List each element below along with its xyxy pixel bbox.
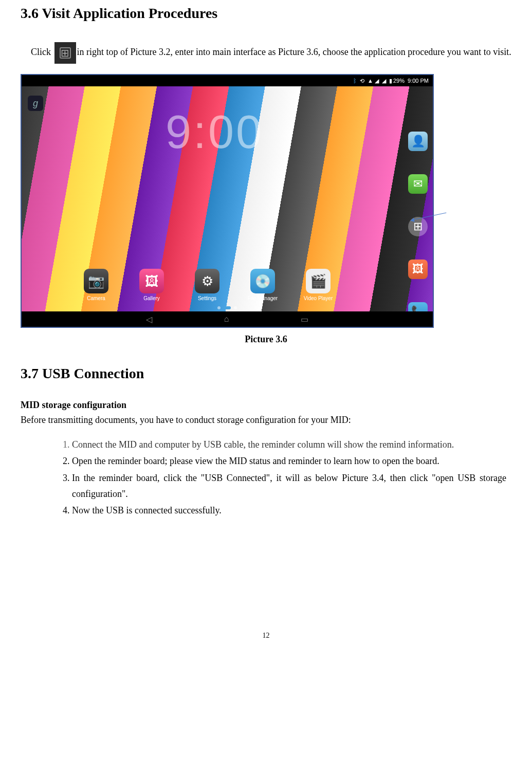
- battery-indicator: ▮ 29%: [389, 78, 405, 84]
- messages-icon[interactable]: ✉: [408, 174, 428, 194]
- dock-gallery[interactable]: 🖼 Gallery: [134, 269, 170, 301]
- page-dot-active: [224, 306, 231, 309]
- step-1: Connect the MID and computer by USB cabl…: [72, 437, 506, 453]
- dock-videoplayer[interactable]: 🎬 Video Player: [300, 269, 336, 301]
- dock-filemanager[interactable]: 💿 File Manager: [245, 269, 281, 301]
- step-4: Now the USB is connected successfully.: [72, 503, 506, 519]
- section-heading-37: 3.7 USB Connection: [21, 365, 511, 382]
- camera-label: Camera: [87, 295, 105, 301]
- intro-text-37: Before transmitting documents, you have …: [21, 413, 511, 428]
- page-indicator: [217, 306, 237, 309]
- battery-icon: ▮: [389, 78, 392, 84]
- text-after-icon: in right top of Picture 3.2, enter into …: [77, 47, 511, 57]
- videoplayer-label: Video Player: [304, 295, 333, 301]
- status-bar: ᛒ ⟲ ▲ ◢ ◢ ▮ 29% 9:00 PM: [22, 75, 433, 86]
- video-player-icon: 🎬: [306, 269, 331, 293]
- page-dot: [217, 306, 221, 309]
- wifi-icon: ▲ ◢: [368, 78, 379, 84]
- subheading-mid-storage: MID storage configuration: [21, 400, 511, 411]
- battery-percent: 29%: [393, 78, 405, 84]
- step-2: Open the reminder board; please view the…: [72, 453, 506, 469]
- step-3: In the reminder board, click the "USB Co…: [72, 470, 506, 502]
- figure-caption: Picture 3.6: [21, 334, 511, 345]
- gallery-side-icon[interactable]: 🖼: [408, 260, 428, 279]
- section-heading-36: 3.6 Visit Application Procedures: [21, 5, 511, 22]
- clock-widget: 9:00: [166, 106, 264, 159]
- navigation-bar: ◁ ⌂ ▭: [22, 311, 433, 327]
- bluetooth-icon: ᛒ: [353, 78, 357, 84]
- back-button[interactable]: ◁: [146, 315, 152, 324]
- gallery-icon: 🖼: [139, 269, 164, 293]
- sync-icon: ⟲: [360, 78, 364, 84]
- android-home-screenshot: ᛒ ⟲ ▲ ◢ ◢ ▮ 29% 9:00 PM g 9:00 👤 ✉ ⊞ 🖼 📞: [21, 74, 434, 328]
- home-button[interactable]: ⌂: [224, 315, 229, 324]
- steps-list: Connect the MID and computer by USB cabl…: [21, 437, 511, 519]
- text-before-icon: Click: [31, 47, 53, 57]
- bottom-dock: 📷 Camera 🖼 Gallery ⚙ Settings 💿 File Man…: [78, 269, 336, 301]
- contacts-icon[interactable]: 👤: [408, 132, 428, 151]
- gallery-label: Gallery: [143, 295, 160, 301]
- dock-settings[interactable]: ⚙ Settings: [189, 269, 225, 301]
- filemanager-label: File Manager: [248, 295, 278, 301]
- status-time: 9:00 PM: [408, 78, 429, 84]
- settings-icon: ⚙: [195, 269, 219, 293]
- page-dot: [234, 306, 237, 309]
- figure-3-6-container: ᛒ ⟲ ▲ ◢ ◢ ▮ 29% 9:00 PM g 9:00 👤 ✉ ⊞ 🖼 📞: [21, 74, 511, 328]
- settings-label: Settings: [198, 295, 216, 301]
- side-dock: 👤 ✉ ⊞ 🖼 📞: [408, 132, 428, 322]
- page-number: 12: [21, 632, 511, 640]
- camera-icon: 📷: [84, 269, 108, 293]
- recent-button[interactable]: ▭: [301, 315, 308, 324]
- paragraph-36: Click in right top of Picture 3.2, enter…: [31, 42, 511, 64]
- file-manager-icon: 💿: [250, 269, 275, 293]
- google-search-icon[interactable]: g: [28, 96, 43, 111]
- apps-grid-icon: [54, 42, 76, 64]
- dock-camera[interactable]: 📷 Camera: [78, 269, 114, 301]
- signal-icon: ◢: [382, 78, 386, 84]
